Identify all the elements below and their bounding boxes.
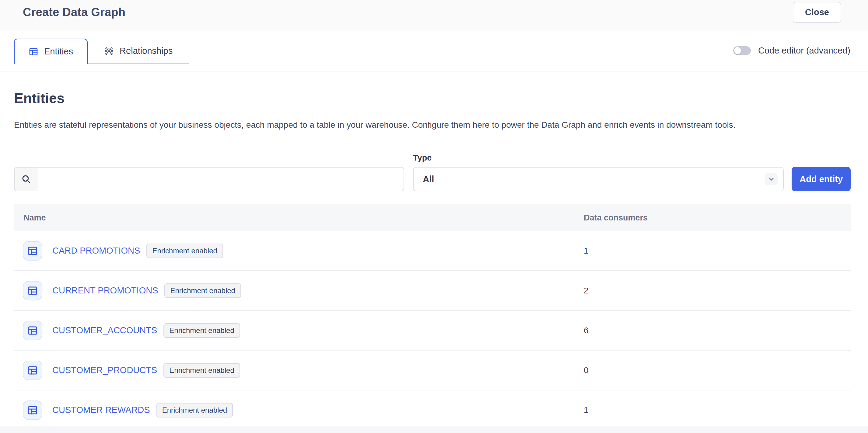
chevron-down-icon <box>765 173 778 185</box>
table-row: CUSTOMER_PRODUCTS Enrichment enabled 0 <box>14 351 851 391</box>
page-title: Create Data Graph <box>23 6 125 19</box>
data-consumers-count: 1 <box>584 246 589 256</box>
name-cell: CUSTOMER REWARDS Enrichment enabled <box>14 400 584 420</box>
table-row: CUSTOMER_ACCOUNTS Enrichment enabled 6 <box>14 311 851 351</box>
bottom-strip <box>0 426 868 433</box>
type-select[interactable]: All <box>413 167 784 191</box>
column-header-name: Name <box>14 213 584 223</box>
enrichment-badge: Enrichment enabled <box>156 403 233 418</box>
search-box <box>14 167 404 191</box>
close-button[interactable]: Close <box>793 2 841 23</box>
search-input[interactable] <box>38 168 404 191</box>
table-row: CURRENT PROMOTIONS Enrichment enabled 2 <box>14 271 851 311</box>
header: Create Data Graph Close <box>0 0 868 30</box>
tab-relationships[interactable]: Relationships <box>88 39 189 64</box>
entities-panel: Entities Entities are stateful represent… <box>0 71 868 426</box>
column-header-data-consumers: Data consumers <box>584 213 648 223</box>
name-cell: CURRENT PROMOTIONS Enrichment enabled <box>14 281 584 300</box>
entity-link[interactable]: CUSTOMER_ACCOUNTS <box>52 325 157 335</box>
section-heading: Entities <box>14 90 851 106</box>
table-icon <box>29 47 38 57</box>
data-consumers-count: 6 <box>584 326 589 335</box>
code-editor-toggle-group: Code editor (advanced) <box>733 45 850 56</box>
enrichment-badge: Enrichment enabled <box>163 363 240 378</box>
tab-relationships-label: Relationships <box>120 46 173 56</box>
table-icon <box>23 321 42 340</box>
table-icon <box>23 281 42 300</box>
table-icon <box>23 241 42 261</box>
type-filter-group: Type All <box>413 153 784 191</box>
tab-bar: Entities <box>0 30 868 71</box>
type-select-value: All <box>423 174 434 184</box>
data-consumers-count: 2 <box>584 286 589 296</box>
table-header-row: Name Data consumers <box>14 204 851 231</box>
data-consumers-count: 0 <box>584 366 589 375</box>
name-cell: CUSTOMER_PRODUCTS Enrichment enabled <box>14 361 584 380</box>
search-icon <box>14 168 38 191</box>
tab-entities[interactable]: Entities <box>14 39 88 64</box>
table-row: CUSTOMER REWARDS Enrichment enabled 1 <box>14 391 851 426</box>
table-icon <box>23 400 42 420</box>
enrichment-badge: Enrichment enabled <box>163 323 240 338</box>
relationships-network-icon <box>104 46 114 56</box>
entity-link[interactable]: CUSTOMER REWARDS <box>52 405 150 415</box>
entities-table: Name Data consumers CARD PROMOTIONS Enri… <box>14 204 851 426</box>
table-icon <box>23 361 42 380</box>
tab-entities-label: Entities <box>44 46 73 57</box>
entity-link[interactable]: CUSTOMER_PRODUCTS <box>52 365 157 375</box>
code-editor-toggle-label: Code editor (advanced) <box>758 45 850 56</box>
enrichment-badge: Enrichment enabled <box>146 243 223 258</box>
table-row: CARD PROMOTIONS Enrichment enabled 1 <box>14 231 851 271</box>
name-cell: CUSTOMER_ACCOUNTS Enrichment enabled <box>14 321 584 340</box>
filter-controls: Type All Add entity <box>14 153 851 191</box>
create-data-graph-page: Create Data Graph Close Entities <box>0 0 868 433</box>
toggle-knob <box>734 47 741 54</box>
code-editor-toggle[interactable] <box>733 46 751 55</box>
type-filter-label: Type <box>413 153 784 163</box>
add-entity-button[interactable]: Add entity <box>792 167 851 191</box>
entity-link[interactable]: CARD PROMOTIONS <box>52 246 140 256</box>
data-consumers-count: 1 <box>584 405 589 415</box>
entity-link[interactable]: CURRENT PROMOTIONS <box>52 286 158 296</box>
section-description: Entities are stateful representations of… <box>14 120 851 130</box>
enrichment-badge: Enrichment enabled <box>164 284 241 298</box>
name-cell: CARD PROMOTIONS Enrichment enabled <box>14 241 584 261</box>
